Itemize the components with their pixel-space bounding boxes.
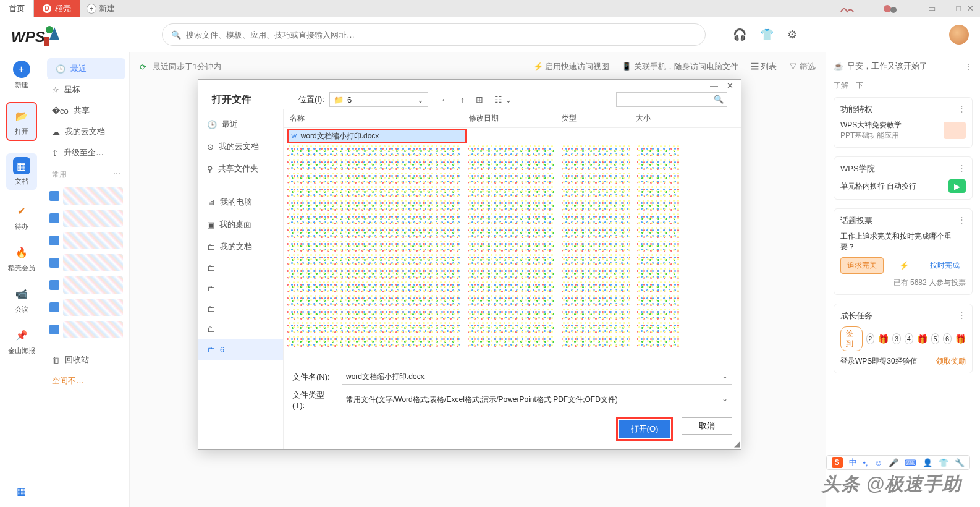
sidebar-share[interactable]: �co共享 — [43, 100, 129, 121]
dialog-files[interactable]: W word文档缩小打印.docx — [284, 128, 741, 366]
open-button-highlight: 打开(O) — [616, 417, 673, 441]
view-icon[interactable]: ☷ ⌄ — [494, 95, 512, 104]
filetype-select[interactable]: 常用文件(文字/Word格式;表格/Excel格式;演示/PowerPoint格… — [342, 393, 732, 407]
dlgnav-mydocs[interactable]: 🗀我的文档 — [198, 236, 283, 258]
window-min-icon[interactable]: — — [942, 4, 950, 13]
vote-option-b[interactable]: 按时完成 — [924, 258, 966, 273]
dialog-min-icon[interactable]: — — [710, 81, 718, 86]
ime-keyboard-icon[interactable]: ⌨ — [905, 458, 916, 467]
thumb-blur — [63, 254, 123, 271]
filter[interactable]: ▽ 筛选 — [789, 61, 816, 72]
col-date[interactable]: 修改日期 — [469, 113, 562, 124]
vote-option-a[interactable]: 追求完美 — [840, 257, 884, 274]
user-avatar[interactable] — [949, 25, 969, 45]
dlgnav-shared[interactable]: ⚲共享文件夹 — [198, 158, 283, 180]
ime-tool-icon[interactable]: 🔧 — [955, 458, 965, 467]
growth-title: 成长任务 — [840, 310, 872, 322]
vote-question: 工作上追求完美和按时完成哪个重要？ — [840, 231, 966, 252]
dlgnav-cloud[interactable]: ⊙我的云文档 — [198, 135, 283, 158]
thumb-row[interactable] — [49, 318, 123, 341]
dlgnav-desktop[interactable]: ▣我的桌面 — [198, 213, 283, 236]
ime-toolbar[interactable]: S 中 •, ☺ 🎤 ⌨ 👤 👕 🔧 — [826, 455, 970, 470]
col-type[interactable]: 类型 — [562, 113, 636, 124]
col-name[interactable]: 名称 — [290, 113, 469, 124]
ime-lang[interactable]: 中 — [849, 457, 857, 468]
link-phone[interactable]: 📱 关联手机，随身访问电脑文件 — [622, 61, 738, 72]
filename-input[interactable]: word文档缩小打印.docx — [342, 370, 732, 385]
dialog-search[interactable]: 🔍 — [616, 92, 727, 107]
tab-doku[interactable]: D 稻壳 — [34, 0, 80, 17]
thumb-row[interactable] — [49, 185, 123, 207]
chevron-down-icon: ⌄ — [417, 95, 424, 104]
window-menu-icon[interactable]: ▭ — [928, 4, 936, 13]
thumb-row[interactable] — [49, 229, 123, 252]
col-size[interactable]: 大小 — [636, 113, 685, 124]
rail-docs[interactable]: ▦ 文档 — [6, 153, 37, 190]
tab-new[interactable]: + 新建 — [80, 0, 121, 17]
sidebar-upgrade[interactable]: ⇧升级至企… — [43, 142, 129, 163]
rail-open[interactable]: 📂 打开 — [6, 102, 37, 141]
thumb-row[interactable] — [49, 207, 123, 229]
more-icon[interactable]: ⋮ — [958, 310, 966, 322]
sidebar-star[interactable]: ☆星标 — [43, 79, 129, 100]
folder-icon: 🗀 — [207, 242, 215, 252]
cancel-button[interactable]: 取消 — [682, 417, 732, 435]
dlgnav-blank1[interactable]: 🗀 — [198, 258, 283, 278]
up-icon[interactable]: ↑ — [460, 95, 465, 104]
more-icon[interactable]: ⋮ — [965, 62, 973, 71]
back-icon[interactable]: ← — [441, 95, 449, 104]
card-academy[interactable]: WPS学院⋮ 单元格内换行 自动换行 ▶ — [834, 156, 973, 200]
new-folder-icon[interactable]: ⊞ — [476, 95, 483, 104]
ime-skin-icon[interactable]: 👕 — [939, 458, 948, 467]
card-features[interactable]: 功能特权⋮ WPS大神免费教学 PPT基础功能应用 — [834, 97, 973, 148]
ime-user-icon[interactable]: 👤 — [923, 458, 932, 467]
rail-meeting[interactable]: 📹 会议 — [6, 285, 37, 314]
file-row-selected[interactable]: W word文档缩小打印.docx — [287, 129, 467, 143]
location-select[interactable]: 📁 6 ⌄ — [329, 92, 428, 107]
dlgnav-blank2[interactable]: 🗀 — [198, 278, 283, 299]
sidebar-recent[interactable]: 🕒最近 — [47, 58, 125, 79]
more-icon[interactable]: ⋮ — [958, 215, 966, 226]
view-list[interactable]: ☰ 列表 — [751, 61, 777, 72]
gear-icon[interactable]: ⚙ — [787, 28, 797, 41]
recent-thumbs — [43, 182, 129, 343]
window-close-icon[interactable]: ✕ — [967, 4, 974, 13]
ime-emoji-icon[interactable]: ☺ — [874, 458, 882, 467]
growth-login-text: 登录WPS即得30经验值 — [840, 356, 918, 367]
search-bar[interactable]: 🔍 — [162, 23, 706, 46]
open-button[interactable]: 打开(O) — [619, 420, 670, 438]
ime-punct-icon[interactable]: •, — [863, 458, 868, 467]
headset-icon[interactable]: 🎧 — [733, 28, 746, 41]
dlgnav-blank3[interactable]: 🗀 — [198, 299, 283, 319]
more-icon[interactable]: ⋮ — [958, 104, 966, 115]
search-input[interactable] — [186, 30, 696, 40]
thumb-row[interactable] — [49, 296, 123, 318]
rail-vip[interactable]: 🔥 稻壳会员 — [6, 244, 37, 273]
rail-poster[interactable]: 📌 金山海报 — [6, 326, 37, 356]
thumb-row[interactable] — [49, 252, 123, 274]
rail-new[interactable]: + 新建 — [6, 61, 37, 90]
dialog-close-icon[interactable]: ✕ — [723, 81, 737, 86]
shirt-icon[interactable]: 👕 — [760, 28, 774, 41]
sidebar-trash[interactable]: 🗑回收站 — [43, 349, 129, 370]
more-icon[interactable]: ⋮ — [958, 163, 966, 174]
dlgnav-blank4[interactable]: 🗀 — [198, 319, 283, 339]
resize-grip-icon[interactable]: ◢ — [734, 440, 740, 448]
quick-access[interactable]: ⚡ 启用快速访问视图 — [533, 61, 610, 72]
tab-home[interactable]: 首页 — [0, 0, 34, 17]
rail-apps[interactable]: ▦ — [6, 482, 37, 500]
ime-mic-icon[interactable]: 🎤 — [889, 458, 898, 467]
dlgnav-pc[interactable]: 🖥我的电脑 — [198, 191, 283, 213]
dialog-search-input[interactable] — [616, 92, 727, 107]
dlgnav-recent[interactable]: 🕒最近 — [198, 113, 283, 135]
window-max-icon[interactable]: □ — [956, 4, 961, 13]
more-icon[interactable]: ⋯ — [113, 169, 120, 180]
rail-todo[interactable]: ✔ 待办 — [6, 202, 37, 231]
file-row-hidden — [287, 334, 737, 347]
thumb-row[interactable] — [49, 274, 123, 296]
sidebar-cloud[interactable]: ☁我的云文档 — [43, 121, 129, 142]
dlgnav-folder6[interactable]: 🗀6 — [198, 339, 283, 360]
signin-badge[interactable]: 签到 — [840, 326, 863, 351]
sidebar-space[interactable]: 空间不… — [43, 370, 129, 391]
growth-reward-link[interactable]: 领取奖励 — [936, 356, 966, 367]
